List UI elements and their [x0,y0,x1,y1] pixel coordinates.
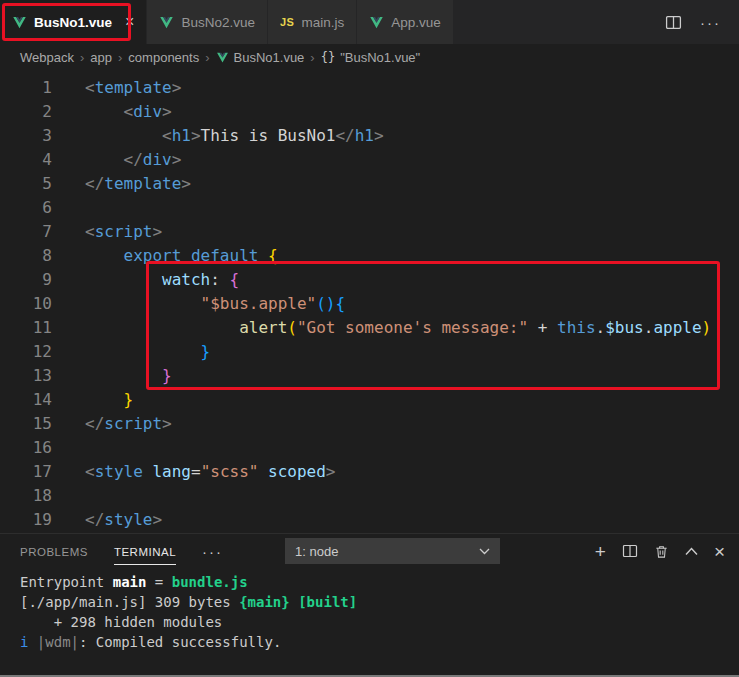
panel-more-icon[interactable]: ··· [202,543,223,560]
split-terminal-icon[interactable] [622,543,638,559]
terminal-prompt-line [20,652,739,672]
close-icon[interactable]: × [125,14,134,30]
code-line: <div> [85,100,739,124]
code-line: <template> [85,76,739,100]
line-numbers: 12345678910111213141516171819 [0,76,85,533]
code-line: "$bus.apple"(){ [85,292,739,316]
new-terminal-icon[interactable]: + [595,542,606,561]
line-number: 7 [0,220,52,244]
code-line [85,484,739,508]
tab-problems[interactable]: PROBLEMS [20,538,88,565]
tabbar-actions: ··· [647,0,739,44]
bottom-panel: PROBLEMS TERMINAL ··· 1: node + [0,533,739,675]
code-line: alert("Got someone's message:" + this.$b… [85,316,739,340]
code-lines: <template> <div> <h1>This is BusNo1</h1>… [85,76,739,533]
code-line: </script> [85,412,739,436]
maximize-panel-icon[interactable] [685,547,698,556]
braces-icon: {} [321,50,335,64]
breadcrumb-item-app[interactable]: app [90,50,112,65]
more-actions-icon[interactable]: ··· [700,14,721,31]
code-line [85,436,739,460]
line-number: 6 [0,196,52,220]
line-number: 1 [0,76,52,100]
breadcrumb-item-symbol[interactable]: {} "BusNo1.vue" [321,50,421,65]
breadcrumb-separator: › [80,50,84,65]
tab-label: BusNo1.vue [34,15,112,30]
vscode-window: BusNo1.vue × BusNo2.vue JS main.js App.v… [0,0,739,677]
line-number: 12 [0,340,52,364]
terminal-line: Entrypoint main = bundle.js [20,572,739,592]
vue-icon [12,15,27,30]
vue-icon [369,15,384,30]
line-number: 13 [0,364,52,388]
code-line: <style lang="scss" scoped> [85,460,739,484]
tab-label: main.js [301,15,344,30]
line-number: 17 [0,460,52,484]
code-line: watch: { [85,268,739,292]
line-number: 15 [0,412,52,436]
vue-icon [216,51,229,64]
line-number: 8 [0,244,52,268]
close-panel-icon[interactable]: × [714,542,725,561]
terminal-selector-value: 1: node [295,544,338,559]
line-number: 16 [0,436,52,460]
breadcrumb-separator: › [205,50,209,65]
code-line: </style> [85,508,739,532]
line-number: 19 [0,508,52,532]
vue-icon [159,15,174,30]
terminal-line: + 298 hidden modules [20,612,739,632]
line-number: 5 [0,172,52,196]
split-editor-icon[interactable] [665,14,682,31]
line-number: 10 [0,292,52,316]
breadcrumb-item-components[interactable]: components [128,50,199,65]
code-line: <script> [85,220,739,244]
code-line: <h1>This is BusNo1</h1> [85,124,739,148]
line-number: 14 [0,388,52,412]
code-line [85,196,739,220]
tab-label: App.vue [391,15,441,30]
breadcrumb-separator: › [118,50,122,65]
tab-label: BusNo2.vue [181,15,255,30]
line-number: 9 [0,268,52,292]
code-line: </div> [85,148,739,172]
editor-tab-bar: BusNo1.vue × BusNo2.vue JS main.js App.v… [0,0,739,44]
terminal-output: Entrypoint main = bundle.js[./app/main.j… [20,572,739,652]
tab-app-vue[interactable]: App.vue [357,0,454,44]
terminal-selector[interactable]: 1: node [285,538,500,564]
tab-busno2-vue[interactable]: BusNo2.vue [147,0,268,44]
code-line: export default { [85,244,739,268]
line-number: 3 [0,124,52,148]
line-number: 18 [0,484,52,508]
code-line: </template> [85,172,739,196]
chevron-down-icon [479,548,490,555]
line-number: 2 [0,100,52,124]
breadcrumb-separator: › [310,50,314,65]
terminal-line: [./app/main.js] 309 bytes {main} [built] [20,592,739,612]
breadcrumb-item-webpack[interactable]: Webpack [20,50,74,65]
terminal-view[interactable]: Entrypoint main = bundle.js[./app/main.j… [0,568,739,675]
terminal-line: i |wdm|: Compiled successfully. [20,632,739,652]
code-line: } [85,340,739,364]
js-icon: JS [280,16,294,28]
code-editor[interactable]: 12345678910111213141516171819 <template>… [0,70,739,533]
code-line: } [85,364,739,388]
breadcrumb-item-file[interactable]: BusNo1.vue [216,50,305,65]
breadcrumb: Webpack › app › components › BusNo1.vue … [0,44,739,70]
tab-terminal[interactable]: TERMINAL [114,538,176,565]
line-number: 4 [0,148,52,172]
panel-actions: + × [595,542,725,561]
panel-header: PROBLEMS TERMINAL ··· 1: node + [0,534,739,568]
tab-busno1-vue[interactable]: BusNo1.vue × [0,0,147,44]
kill-terminal-icon[interactable] [654,544,669,559]
line-number: 11 [0,316,52,340]
code-line: } [85,388,739,412]
tab-main-js[interactable]: JS main.js [268,0,357,44]
